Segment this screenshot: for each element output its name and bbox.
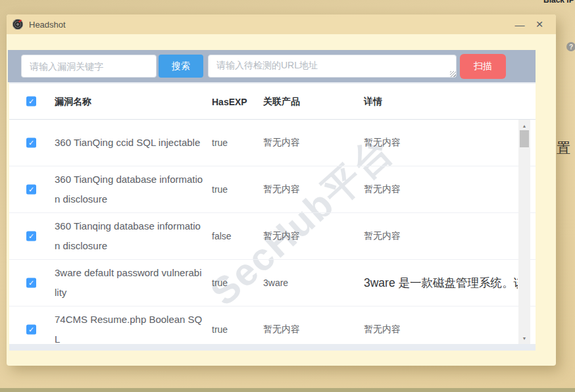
vuln-product: 暂无内容: [263, 213, 359, 259]
toolbar: 搜索 扫描: [8, 50, 536, 82]
vuln-detail: 暂无内容: [364, 120, 518, 166]
vuln-product: 3ware: [263, 260, 359, 306]
vuln-hasexp: true: [212, 166, 258, 212]
headshot-window: Headshot — × 搜索 扫描 SecHub平台 ✓ 漏洞名称 HasEX…: [7, 14, 556, 366]
vuln-hasexp: true: [212, 260, 258, 306]
table-panel: SecHub平台 ✓ 漏洞名称 HasEXP 关联产品 详情 ✓ 360 Tia…: [9, 82, 536, 351]
vuln-product: 暂无内容: [263, 120, 359, 166]
help-icon[interactable]: ?: [566, 42, 575, 51]
row-checkbox[interactable]: ✓: [26, 232, 36, 241]
vuln-detail: 暂无内容: [364, 166, 518, 212]
url-input[interactable]: [208, 55, 457, 78]
vuln-name: 360 Tianqing database information disclo…: [55, 213, 203, 259]
titlebar[interactable]: Headshot — ×: [7, 14, 556, 34]
table-body: ✓ 360 TianQing ccid SQL injectable true …: [9, 120, 536, 344]
vuln-hasexp: false: [212, 213, 258, 259]
table-header-row: ✓ 漏洞名称 HasEXP 关联产品 详情: [9, 84, 536, 120]
table-row[interactable]: ✓ 360 TianQing ccid SQL injectable true …: [9, 120, 536, 166]
window-title: Headshot: [29, 20, 66, 30]
scrollbar-up-icon[interactable]: ▲: [518, 121, 530, 130]
scrollbar-down-icon[interactable]: ▼: [518, 333, 530, 343]
vuln-name: 360 TianQing ccid SQL injectable: [55, 120, 203, 166]
search-button[interactable]: 搜索: [159, 55, 203, 78]
vulnerability-table: SecHub平台 ✓ 漏洞名称 HasEXP 关联产品 详情 ✓ 360 Tia…: [9, 84, 536, 344]
vuln-hasexp: true: [212, 120, 258, 166]
vuln-product: 暂无内容: [263, 166, 359, 212]
row-checkbox[interactable]: ✓: [26, 278, 36, 288]
table-row[interactable]: ✓ 360 TianQing database information disc…: [9, 166, 536, 213]
scan-button[interactable]: 扫描: [460, 54, 506, 79]
vuln-detail: 暂无内容: [364, 213, 518, 259]
row-checkbox[interactable]: ✓: [26, 325, 36, 335]
table-scrollbar[interactable]: ▲ ▼: [518, 120, 530, 344]
table-row[interactable]: ✓ 74CMS Resume.php Boolean SQL true 暂无内容…: [9, 306, 536, 344]
keyword-input[interactable]: [21, 55, 157, 78]
column-header-name: 漏洞名称: [55, 84, 91, 120]
desktop-bottom-strip: [0, 388, 575, 392]
row-checkbox[interactable]: ✓: [26, 138, 36, 148]
table-row[interactable]: ✓ 360 Tianqing database information disc…: [9, 213, 536, 260]
column-header-detail: 详情: [364, 84, 382, 120]
scrollbar-thumb[interactable]: [520, 130, 529, 147]
minimize-button[interactable]: —: [511, 14, 528, 34]
vuln-name: 74CMS Resume.php Boolean SQL: [55, 306, 203, 344]
background-settings-text: 置: [557, 139, 570, 157]
background-app-text: Black IP: [543, 0, 575, 5]
vuln-product: 暂无内容: [263, 306, 359, 344]
headshot-logo-icon: [12, 19, 23, 30]
column-header-product: 关联产品: [263, 84, 300, 120]
table-row[interactable]: ✓ 3ware default password vulnerability t…: [9, 260, 536, 306]
vuln-detail: 暂无内容: [364, 306, 518, 344]
vuln-hasexp: true: [212, 306, 258, 344]
close-button[interactable]: ×: [531, 14, 548, 34]
select-all-checkbox[interactable]: ✓: [26, 97, 36, 107]
vuln-name: 360 TianQing database information disclo…: [55, 166, 203, 212]
row-checkbox[interactable]: ✓: [26, 185, 36, 195]
vuln-detail: 3ware 是一款磁盘管理系统。该: [364, 260, 518, 306]
column-header-hasexp: HasEXP: [212, 84, 247, 120]
vuln-name: 3ware default password vulnerability: [55, 260, 203, 306]
